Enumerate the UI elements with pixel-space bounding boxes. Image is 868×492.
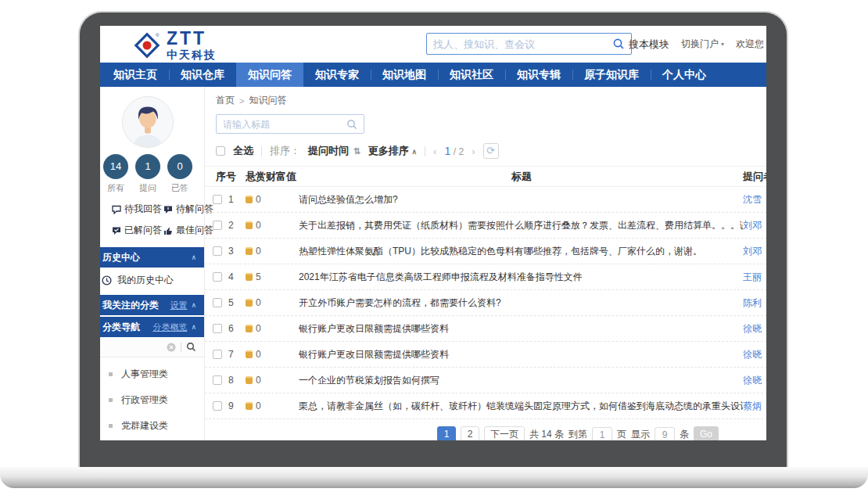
svg-text:®: ®: [156, 33, 160, 38]
clear-circle-icon[interactable]: [167, 343, 176, 352]
bullet-icon: [109, 398, 113, 402]
row-checkbox[interactable]: [213, 298, 222, 307]
page-button-1[interactable]: 1: [437, 426, 456, 440]
qa-table: 序号 悬赏财富值 标题 提问者 1 0 请问总经验值怎么增加? 沈雪: [205, 166, 766, 419]
asker-link[interactable]: 刘邓: [743, 219, 766, 232]
question-title[interactable]: 2021年江苏省电子信息类高级工程师申报流程及材料准备指导性文件: [299, 271, 743, 284]
search-module-link[interactable]: 搜本模块: [629, 38, 669, 52]
settings-link[interactable]: 设置: [170, 300, 187, 311]
question-title[interactable]: 热塑性弹性体聚氨酯（TPU）比较成熟稳定的色母料有哪些推荐，包括牌号、厂家什么的…: [299, 245, 743, 258]
total-count: 共 14 条: [529, 428, 564, 440]
asker-link[interactable]: 王丽: [743, 271, 766, 284]
followed-categories-header[interactable]: 我关注的分类 设置 ∧: [100, 295, 204, 315]
row-checkbox[interactable]: [213, 246, 222, 256]
refresh-icon[interactable]: ⟳: [483, 143, 499, 159]
stat-all[interactable]: 14 所有: [103, 154, 129, 194]
category-nav-header[interactable]: 分类导航 分类概览 ∧: [100, 317, 204, 337]
question-title[interactable]: 银行账户更改日限额需提供哪些资料: [299, 322, 743, 336]
table-header: 序号 悬赏财富值 标题 提问者: [205, 166, 766, 187]
page-size-input[interactable]: [655, 427, 675, 441]
stat-asked[interactable]: 1 提问: [135, 154, 161, 194]
question-title[interactable]: 银行账户更改日限额需提供哪些资料: [299, 348, 743, 361]
select-all-label[interactable]: 全选: [233, 144, 253, 158]
row-checkbox[interactable]: [213, 221, 222, 230]
asker-link[interactable]: 沈雪: [743, 193, 766, 206]
goto-page-input[interactable]: [592, 427, 612, 441]
asker-link[interactable]: 蔡炳: [743, 400, 766, 413]
question-title[interactable]: 栗总，请教非金属丝（如，碳纤杆、玻纤杆）铠装缆端头固定原理方式，如何借鉴到海底动…: [299, 400, 743, 413]
sort-by-time[interactable]: 提问时间 ⇅: [308, 144, 360, 158]
laptop-frame: ® ZTT 中天科技 搜本模块: [78, 11, 788, 468]
asker-link[interactable]: 徐晓: [743, 374, 766, 387]
table-row: 3 0 热塑性弹性体聚氨酯（TPU）比较成熟稳定的色母料有哪些推荐，包括牌号、厂…: [205, 239, 766, 264]
link-awaiting-my-answer[interactable]: 待我回答: [112, 203, 163, 216]
asker-link[interactable]: 陈利: [743, 296, 766, 310]
link-solved-questions[interactable]: 已解问答: [112, 224, 163, 237]
sort-arrows-icon[interactable]: ⇅: [353, 146, 360, 156]
chevron-right-icon[interactable]: ›: [472, 145, 475, 157]
asker-link[interactable]: 徐晓: [743, 348, 766, 361]
chevron-down-icon: ▾: [721, 41, 724, 48]
row-checkbox[interactable]: [213, 401, 222, 411]
row-checkbox[interactable]: [213, 195, 222, 204]
table-row: 7 0 银行账户更改日限额需提供哪些资料 徐晓: [205, 342, 766, 368]
search-icon[interactable]: [346, 119, 357, 130]
row-checkbox[interactable]: [213, 375, 222, 385]
laptop-base: [0, 467, 868, 488]
nav-item-knowledge-home[interactable]: 知识主页: [102, 63, 169, 87]
global-search-box[interactable]: [426, 33, 632, 55]
chevron-up-icon: ∧: [191, 323, 196, 331]
question-title[interactable]: 请问总经验值怎么增加?: [299, 193, 743, 206]
category-item-admin[interactable]: 行政管理类: [100, 387, 204, 413]
question-title[interactable]: 开立外币账户需要怎样的流程，都需要什么资料?: [299, 296, 743, 310]
header-right: 搜本模块 切换门户 ▾ 欢迎您: [629, 26, 764, 63]
chat-bubble-icon: [112, 205, 121, 214]
category-item-hr[interactable]: 人事管理类: [100, 361, 204, 387]
category-list: 人事管理类 行政管理类 党群建设类 财务管理类: [100, 357, 204, 440]
page-button-2[interactable]: 2: [461, 426, 479, 440]
my-history-item[interactable]: 我的历史中心: [100, 268, 204, 293]
question-title[interactable]: 一个企业的节税策划报告如何撰写: [299, 374, 743, 387]
nav-item-knowledge-expert[interactable]: 知识专家: [303, 63, 371, 87]
category-item-party[interactable]: 党群建设类: [100, 413, 204, 439]
title-filter-box[interactable]: [216, 114, 364, 134]
nav-item-knowledge-community[interactable]: 知识社区: [438, 63, 505, 87]
row-checkbox[interactable]: [213, 350, 222, 359]
asker-link[interactable]: 刘邓: [743, 245, 766, 258]
next-page-button[interactable]: 下一页: [484, 426, 525, 440]
table-row: 8 0 一个企业的节税策划报告如何撰写 徐晓: [205, 368, 766, 393]
stat-answered[interactable]: 0 已答: [167, 154, 193, 194]
nav-item-knowledge-map[interactable]: 知识地图: [371, 63, 438, 87]
asker-link[interactable]: 徐晓: [743, 322, 766, 336]
coin-icon: [246, 299, 253, 307]
user-avatar[interactable]: [122, 96, 174, 148]
chevron-left-icon[interactable]: ‹: [433, 145, 436, 157]
pager-indicator: 1 / 2: [444, 145, 464, 157]
nav-item-knowledge-repo[interactable]: 知识仓库: [169, 63, 236, 87]
go-button[interactable]: Go: [694, 426, 719, 440]
global-search-input[interactable]: [433, 38, 612, 50]
question-title[interactable]: 关于出差报销，其费用凭证（纸质材料）需要按照什么顺序进行叠放？发票、出差流程、费…: [299, 219, 743, 232]
breadcrumb-home[interactable]: 首页: [216, 94, 235, 107]
divider: [261, 146, 262, 156]
goto-label: 到第: [569, 428, 587, 440]
search-icon[interactable]: [612, 38, 625, 50]
select-all-checkbox[interactable]: [216, 146, 225, 156]
nav-item-knowledge-album[interactable]: 知识专辑: [505, 63, 572, 87]
more-sort[interactable]: 更多排序 ∧: [368, 144, 417, 158]
switch-portal-menu[interactable]: 切换门户 ▾: [681, 38, 724, 51]
history-section-header[interactable]: 历史中心 ∧: [100, 247, 204, 268]
nav-item-knowledge-qa[interactable]: 知识问答: [236, 63, 303, 87]
category-search-bar[interactable]: [100, 337, 204, 357]
search-icon[interactable]: [186, 342, 196, 352]
title-filter-input[interactable]: [223, 119, 346, 130]
nav-item-personal-center[interactable]: 个人中心: [651, 63, 718, 87]
table-row: 4 5 2021年江苏省电子信息类高级工程师申报流程及材料准备指导性文件 王丽: [205, 264, 766, 290]
category-overview-link[interactable]: 分类概览: [152, 321, 187, 333]
category-item-finance[interactable]: 财务管理类: [100, 439, 204, 440]
qa-quick-links: 待我回答 待解问答 已解问答: [112, 203, 204, 237]
row-checkbox[interactable]: [213, 324, 222, 333]
show-label: 显示: [631, 428, 650, 440]
nav-item-atomic-kb[interactable]: 原子知识库: [572, 63, 651, 87]
row-checkbox[interactable]: [213, 272, 222, 282]
